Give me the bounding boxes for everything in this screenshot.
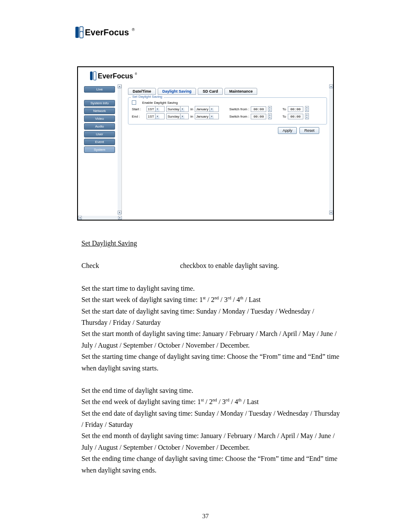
sidebar-item-live[interactable]: Live	[84, 86, 115, 93]
start-label: Start :	[132, 107, 145, 111]
switch-from-label: Switch from :	[229, 115, 249, 118]
spinner-down-icon: ▾	[305, 109, 308, 112]
scroll-left-icon[interactable]: ◂	[78, 216, 82, 220]
text: Set the start week of daylight saving ti…	[81, 296, 203, 303]
app-screenshot: EverFocus ® Live System Info Network Vid…	[77, 66, 334, 221]
svg-rect-0	[75, 27, 79, 38]
sidebar-item-user[interactable]: User	[84, 131, 115, 137]
section-heading: Set Daylight Saving	[81, 238, 340, 249]
sidebar-item-system-info[interactable]: System Info	[84, 100, 115, 106]
end-to-spinner[interactable]: ▴▾	[305, 113, 309, 119]
start-to-spinner[interactable]: ▴▾	[305, 106, 309, 112]
start-from-time[interactable]: 00:00	[251, 106, 266, 112]
scroll-right-icon[interactable]: ▸	[118, 216, 122, 220]
svg-text:®: ®	[132, 28, 135, 32]
scroll-down-icon[interactable]: ▾	[118, 211, 121, 215]
end-week-select[interactable]: 1ST▾	[146, 113, 165, 119]
chevron-down-icon: ▾	[209, 114, 214, 119]
enable-daylight-saving-checkbox[interactable]	[132, 100, 136, 105]
sidebar-item-event[interactable]: Event	[84, 139, 115, 145]
sidebar-h-scrollbar[interactable]: ◂ ▸	[78, 216, 122, 220]
text: Check	[81, 262, 99, 269]
start-to-time[interactable]: 00:00	[288, 106, 303, 112]
fieldset-legend: Set Daylight Saving	[131, 95, 164, 99]
tab-maintenance[interactable]: Maintenance	[224, 88, 258, 95]
text: Set the start time to daylight saving ti…	[81, 283, 340, 294]
document-body-text: Set Daylight Saving Check checkbox to en…	[81, 238, 340, 476]
end-to-time[interactable]: 00:00	[288, 114, 303, 119]
end-month-select[interactable]: January▾	[195, 113, 219, 119]
in-label: in	[190, 115, 193, 118]
text: Set the start month of daylight saving t…	[81, 328, 340, 351]
start-week-select[interactable]: 1ST▾	[146, 106, 165, 112]
text: Set the starting time change of daylight…	[81, 351, 340, 374]
sidebar-item-system[interactable]: System	[84, 146, 115, 153]
chevron-down-icon: ▾	[155, 106, 159, 112]
svg-text:EverFocus: EverFocus	[98, 72, 133, 80]
text: Set the start date of daylight saving ti…	[81, 306, 340, 329]
tab-daylight-saving[interactable]: Daylight Saving	[158, 88, 196, 95]
end-day-select[interactable]: Sunday▾	[166, 113, 189, 119]
end-label: End :	[132, 115, 145, 118]
spinner-down-icon: ▾	[268, 109, 271, 112]
sidebar-item-network[interactable]: Network	[84, 108, 115, 114]
start-month-select[interactable]: January▾	[195, 106, 219, 112]
spinner-down-icon: ▾	[268, 116, 271, 119]
app-logo: EverFocus ®	[78, 67, 333, 84]
text: Set the end date of daylight saving time…	[81, 408, 340, 431]
tab-sd-card[interactable]: SD Card	[198, 88, 223, 95]
page-number: 37	[0, 513, 411, 520]
in-label: in	[190, 107, 193, 111]
svg-rect-5	[93, 72, 96, 80]
scroll-up-icon[interactable]: ▴	[118, 84, 121, 88]
sidebar-item-audio[interactable]: Audio	[84, 123, 115, 130]
text: Set the end time of daylight saving time…	[81, 385, 340, 396]
scroll-down-icon[interactable]: ▾	[329, 211, 333, 215]
brand-logo-top: EverFocus ®	[75, 26, 411, 40]
to-label: To	[282, 115, 286, 118]
switch-from-label: Switch from :	[229, 107, 249, 111]
scroll-up-icon[interactable]: ▴	[329, 84, 333, 88]
svg-rect-4	[90, 72, 93, 80]
chevron-down-icon: ▾	[180, 106, 184, 112]
end-from-time[interactable]: 00:00	[251, 114, 266, 119]
chevron-down-icon: ▾	[180, 114, 184, 119]
text: Set the ending time change of daylight s…	[81, 453, 340, 476]
content-scrollbar[interactable]: ▴ ▾	[329, 84, 333, 215]
end-from-spinner[interactable]: ▴▾	[268, 113, 272, 119]
reset-button[interactable]: Reset	[299, 127, 319, 134]
chevron-down-icon: ▾	[209, 106, 214, 112]
text: Set the end month of daylight saving tim…	[81, 430, 340, 453]
sidebar-item-video[interactable]: Video	[84, 115, 115, 122]
text: Set the end week of daylight saving time…	[81, 398, 201, 405]
chevron-down-icon: ▾	[155, 114, 159, 119]
svg-rect-1	[80, 27, 83, 38]
start-from-spinner[interactable]: ▴▾	[268, 106, 272, 112]
svg-text:®: ®	[135, 72, 137, 75]
set-daylight-saving-fieldset: Set Daylight Saving Enable Daylight Savi…	[128, 97, 327, 124]
tab-date-time[interactable]: Date/Time	[128, 88, 156, 95]
to-label: To	[282, 107, 286, 111]
sidebar-scrollbar[interactable]: ▴ ▾	[118, 84, 121, 215]
spinner-down-icon: ▾	[305, 116, 308, 119]
svg-text:EverFocus: EverFocus	[85, 28, 129, 37]
start-day-select[interactable]: Sunday▾	[166, 106, 189, 112]
text: checkbox to enable daylight saving.	[180, 262, 279, 269]
apply-button[interactable]: Apply	[278, 127, 297, 134]
enable-daylight-saving-label: Enable Daylight Saving	[142, 101, 178, 105]
